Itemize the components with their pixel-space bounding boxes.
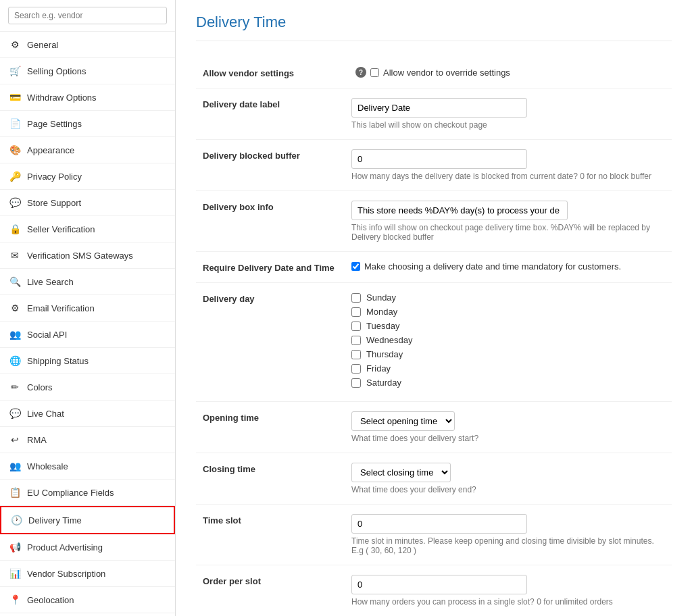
delivery-day-tuesday: Tuesday (351, 321, 665, 331)
sidebar-label-email-verification: Email Verification (27, 303, 167, 313)
allow-vendor-field: ? Allow vendor to override settings (345, 57, 672, 88)
sidebar-label-store-support: Store Support (27, 198, 167, 208)
time-slot-input[interactable] (351, 514, 527, 534)
delivery-date-label-label: Delivery date label (196, 88, 345, 140)
require-delivery-label: Require Delivery Date and Time (196, 252, 345, 283)
sidebar-item-seller-verification[interactable]: 🔒 Seller Verification (0, 216, 175, 242)
time-slot-field: Time slot in minutes. Please keep openin… (345, 505, 672, 565)
delivery-date-label-input[interactable] (351, 98, 527, 118)
closing-time-select[interactable]: Select closing time (351, 463, 451, 482)
order-per-slot-field: How many orders you can process in a sin… (345, 565, 672, 617)
time-slot-label: Time slot (196, 505, 345, 565)
sidebar-item-product-report[interactable]: 🚩 Product Report Abuse (0, 613, 175, 616)
sidebar-icon-geolocation: 📍 (8, 593, 22, 607)
sidebar-item-shipping-status[interactable]: 🌐 Shipping Status (0, 348, 175, 374)
sidebar-item-store-support[interactable]: 💬 Store Support (0, 190, 175, 216)
sidebar-item-withdraw-options[interactable]: 💳 Withdraw Options (0, 84, 175, 111)
delivery-day-monday: Monday (351, 307, 665, 317)
sidebar-item-wholesale[interactable]: 👥 Wholesale (0, 453, 175, 480)
sidebar-search-input[interactable] (8, 7, 167, 24)
delivery-day-sunday: Sunday (351, 292, 665, 303)
allow-vendor-checkbox-label: Allow vendor to override settings (370, 68, 510, 78)
delivery-blocked-buffer-label: Delivery blocked buffer (196, 140, 345, 191)
sidebar-icon-eu-compliance: 📋 (8, 486, 22, 499)
sidebar-item-vendor-subscription[interactable]: 📊 Vendor Subscription (0, 561, 175, 587)
sidebar-item-email-verification[interactable]: ⚙ Email Verification (0, 295, 175, 322)
label-tuesday: Tuesday (366, 321, 399, 331)
sidebar-item-eu-compliance[interactable]: 📋 EU Compliance Fields (0, 480, 175, 506)
delivery-day-field: Sunday Monday Tuesday Wednesday Thursday… (345, 283, 672, 402)
sidebar-item-live-search[interactable]: 🔍 Live Search (0, 269, 175, 295)
sidebar-item-appearance[interactable]: 🎨 Appearance (0, 137, 175, 163)
sidebar-label-social-api: Social API (27, 330, 167, 340)
sidebar-label-appearance: Appearance (27, 145, 167, 155)
delivery-date-label-field: This label will show on checkout page (345, 88, 672, 140)
opening-time-row: Opening time Select opening time What ti… (196, 402, 672, 453)
main-content: Delivery Time Allow vendor settings ? Al… (176, 0, 692, 616)
require-delivery-checkbox[interactable] (351, 262, 360, 271)
sidebar-label-page-settings: Page Settings (27, 119, 167, 129)
sidebar-label-seller-verification: Seller Verification (27, 224, 167, 234)
closing-time-label: Closing time (196, 453, 345, 505)
sidebar-item-selling-options[interactable]: 🛒 Selling Options (0, 58, 175, 84)
sidebar-item-social-api[interactable]: 👥 Social API (0, 322, 175, 348)
sidebar-item-colors[interactable]: ✏ Colors (0, 374, 175, 401)
sidebar-icon-live-chat: 💬 (8, 407, 22, 420)
delivery-date-label-hint: This label will show on checkout page (351, 120, 665, 130)
delivery-box-info-input[interactable] (351, 201, 568, 220)
delivery-day-label: Delivery day (196, 283, 345, 402)
time-slot-hint: Time slot in minutes. Please keep openin… (351, 536, 665, 555)
label-friday: Friday (366, 363, 391, 374)
checkbox-tuesday[interactable] (351, 322, 361, 331)
sidebar-label-wholesale: Wholesale (27, 461, 167, 471)
delivery-blocked-buffer-field: How many days the delivery date is block… (345, 140, 672, 191)
delivery-blocked-buffer-row: Delivery blocked buffer How many days th… (196, 140, 672, 191)
checkbox-monday[interactable] (351, 307, 361, 317)
sidebar-item-geolocation[interactable]: 📍 Geolocation (0, 587, 175, 613)
checkbox-wednesday[interactable] (351, 336, 361, 345)
sidebar-item-delivery-time[interactable]: 🕐 Delivery Time (0, 506, 175, 534)
sidebar-label-selling-options: Selling Options (27, 66, 167, 76)
sidebar-item-page-settings[interactable]: 📄 Page Settings (0, 111, 175, 137)
sidebar-item-general[interactable]: ⚙ General (0, 32, 175, 58)
checkbox-sunday[interactable] (351, 293, 361, 303)
sidebar-icon-email-verification: ⚙ (8, 301, 22, 315)
order-per-slot-input[interactable] (351, 575, 527, 594)
sidebar-item-live-chat[interactable]: 💬 Live Chat (0, 401, 175, 427)
time-slot-row: Time slot Time slot in minutes. Please k… (196, 505, 672, 565)
sidebar-icon-rma: ↩ (8, 433, 22, 446)
sidebar-item-verification-sms[interactable]: ✉ Verification SMS Gateways (0, 242, 175, 269)
sidebar-icon-seller-verification: 🔒 (8, 222, 22, 236)
order-per-slot-hint: How many orders you can process in a sin… (351, 597, 665, 607)
checkbox-thursday[interactable] (351, 350, 361, 359)
checkbox-saturday[interactable] (351, 378, 361, 388)
sidebar-item-product-advertising[interactable]: 📢 Product Advertising (0, 534, 175, 561)
sidebar-label-product-advertising: Product Advertising (27, 542, 167, 553)
sidebar-item-rma[interactable]: ↩ RMA (0, 427, 175, 453)
sidebar-label-rma: RMA (27, 435, 167, 445)
sidebar-label-shipping-status: Shipping Status (27, 356, 167, 366)
sidebar-label-privacy-policy: Privacy Policy (27, 172, 167, 182)
sidebar-icon-page-settings: 📄 (8, 117, 22, 130)
sidebar-icon-general: ⚙ (8, 38, 22, 51)
help-icon[interactable]: ? (355, 67, 366, 78)
order-per-slot-row: Order per slot How many orders you can p… (196, 565, 672, 617)
sidebar-item-privacy-policy[interactable]: 🔑 Privacy Policy (0, 163, 175, 190)
delivery-blocked-buffer-input[interactable] (351, 149, 527, 169)
sidebar-icon-withdraw-options: 💳 (8, 91, 22, 104)
opening-time-select[interactable]: Select opening time (351, 411, 455, 431)
label-thursday: Thursday (366, 349, 403, 359)
sidebar-label-delivery-time: Delivery Time (28, 515, 166, 525)
delivery-day-wednesday: Wednesday (351, 335, 665, 345)
opening-time-field: Select opening time What time does your … (345, 402, 672, 453)
sidebar-icon-delivery-time: 🕐 (9, 513, 23, 527)
require-delivery-field: Make choosing a delivery date and time m… (345, 252, 672, 283)
order-per-slot-label: Order per slot (196, 565, 345, 617)
allow-vendor-checkbox[interactable] (370, 68, 379, 77)
allow-vendor-row: Allow vendor settings ? Allow vendor to … (196, 57, 672, 88)
delivery-day-friday: Friday (351, 363, 665, 374)
delivery-blocked-buffer-hint: How many days the delivery date is block… (351, 172, 665, 181)
checkbox-friday[interactable] (351, 364, 361, 374)
sidebar-icon-verification-sms: ✉ (8, 249, 22, 262)
sidebar-label-withdraw-options: Withdraw Options (27, 93, 167, 103)
